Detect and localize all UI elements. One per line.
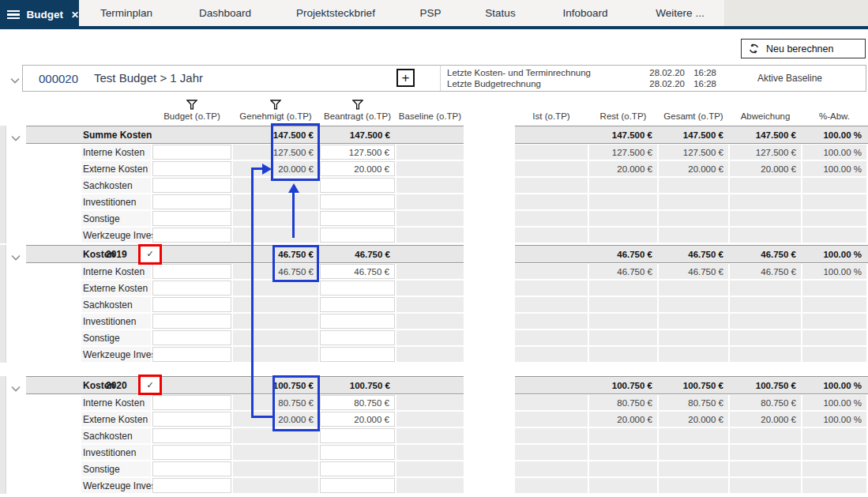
cell-gen (233, 347, 318, 362)
cell-bea[interactable] (320, 330, 395, 345)
cell-bea[interactable] (320, 461, 395, 476)
cell-gen (233, 478, 318, 493)
cell-budget[interactable] (152, 330, 231, 345)
left-rail (0, 245, 6, 363)
cell-ist (515, 297, 588, 312)
cell-abw (730, 314, 801, 329)
cell-gen (233, 211, 318, 226)
cell-gen (233, 297, 318, 312)
cell-ges: 20.000 € (659, 412, 728, 427)
cell-bea[interactable]: 80.750 € (320, 395, 395, 410)
cell-base (396, 412, 464, 427)
cell-budget[interactable] (152, 228, 231, 243)
cell-bea[interactable]: 46.750 € (320, 264, 395, 279)
row-label: Externe Kosten (81, 281, 151, 296)
cell-gen: 20.000 € (233, 412, 318, 427)
cell-bea: 100.750 € (320, 376, 395, 394)
cell-budget[interactable] (152, 161, 231, 176)
table-row: Werkzeuge Invest. (0, 477, 868, 494)
chevron-down-icon[interactable] (11, 250, 21, 264)
cell-bea[interactable] (320, 314, 395, 329)
row-label: Interne Kosten (81, 145, 151, 160)
table-row: Interne Kosten80.750 €80.750 €80.750 €80… (0, 394, 868, 411)
cell-budget[interactable] (152, 445, 231, 460)
cell-base (396, 211, 464, 226)
cell-budget[interactable] (152, 412, 231, 427)
cell-pabw: 100.00 % (802, 264, 866, 279)
cell-rest (589, 461, 657, 476)
cell-bea[interactable] (320, 228, 395, 243)
cell-abw (730, 478, 801, 493)
cell-budget[interactable] (152, 395, 231, 410)
cell-gen (233, 445, 318, 460)
group-label: Summe Kosten (83, 126, 152, 144)
cell-gen (233, 428, 318, 443)
row-label: Werkzeuge Invest. (81, 347, 151, 362)
cell-pabw (802, 178, 866, 193)
cell-gen (233, 228, 318, 243)
cell-gen: 80.750 € (233, 395, 318, 410)
cell-pabw: 100.00 % (802, 126, 866, 144)
cell-rest: 80.750 € (589, 395, 657, 410)
cell-budget[interactable] (152, 281, 231, 296)
cell-ges (659, 347, 728, 362)
cell-rest (589, 330, 657, 345)
cell-bea[interactable] (320, 428, 395, 443)
cell-budget[interactable] (152, 178, 231, 193)
table-row: Externe Kosten20.000 €20.000 €20.000 €20… (0, 160, 868, 177)
cell-budget[interactable] (152, 314, 231, 329)
cell-abw: 80.750 € (730, 395, 801, 410)
cell-bea[interactable] (320, 211, 395, 226)
cell-budget[interactable] (152, 478, 231, 493)
cell-bea[interactable] (320, 281, 395, 296)
cell-budget[interactable] (152, 264, 231, 279)
cell-pabw (802, 194, 866, 209)
cell-abw (730, 281, 801, 296)
cell-ist (515, 211, 588, 226)
cell-ges: 80.750 € (659, 395, 728, 410)
cell-bea[interactable] (320, 297, 395, 312)
cell-budget[interactable] (152, 428, 231, 443)
cell-budget[interactable] (152, 297, 231, 312)
cell-gen: 100.750 € (233, 376, 318, 394)
cell-base (396, 478, 464, 493)
table-row: Interne Kosten46.750 €46.750 €46.750 €46… (0, 263, 868, 280)
group-checkbox[interactable]: ✓ (141, 247, 160, 262)
chevron-down-icon[interactable] (11, 381, 21, 395)
cell-pabw: 100.00 % (802, 376, 866, 394)
group-checkbox[interactable]: ✓ (141, 378, 160, 393)
cell-bea[interactable] (320, 445, 395, 460)
cell-rest: 46.750 € (589, 245, 657, 263)
cell-ist (515, 412, 588, 427)
cell-bea[interactable] (320, 178, 395, 193)
cell-ges (659, 228, 728, 243)
cell-bea[interactable]: 20.000 € (320, 412, 395, 427)
cell-bea[interactable]: 127.500 € (320, 145, 395, 160)
cell-ist (515, 264, 588, 279)
cell-ges (659, 330, 728, 345)
group-year: 2020 (106, 376, 127, 394)
cell-budget[interactable] (152, 145, 231, 160)
cell-budget[interactable] (152, 194, 231, 209)
cell-ist (515, 145, 588, 160)
cell-rest (589, 428, 657, 443)
cell-abw: 46.750 € (730, 264, 801, 279)
cell-bea[interactable] (320, 478, 395, 493)
row-label: Investitionen (81, 314, 151, 329)
cell-rest: 20.000 € (589, 161, 657, 176)
cell-ist (515, 395, 588, 410)
cell-bea[interactable]: 20.000 € (320, 161, 395, 176)
cell-gen (233, 330, 318, 345)
row-label: Investitionen (81, 194, 151, 209)
table-row: Investitionen (0, 194, 868, 210)
chevron-down-icon[interactable] (11, 130, 21, 145)
cell-budget[interactable] (152, 211, 231, 226)
cell-budget[interactable] (152, 461, 231, 476)
cell-budget[interactable] (152, 347, 231, 362)
cell-gen: 46.750 € (233, 245, 318, 263)
cell-base (396, 178, 464, 193)
cell-bea[interactable] (320, 194, 395, 209)
cell-bea[interactable] (320, 347, 395, 362)
cell-rest (589, 228, 657, 243)
cell-abw (730, 297, 801, 312)
